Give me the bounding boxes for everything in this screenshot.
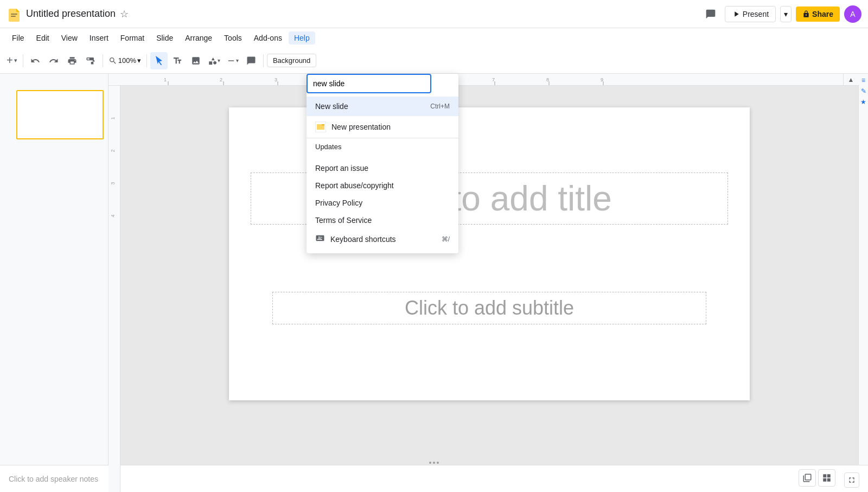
expand-notes-button[interactable] xyxy=(844,472,859,488)
slides-panel: 1 xyxy=(0,74,108,492)
svg-text:3: 3 xyxy=(110,182,116,184)
svg-text:3: 3 xyxy=(275,77,277,82)
zoom-control[interactable]: 100% ▾ xyxy=(106,56,143,65)
menu-view[interactable]: View xyxy=(56,31,83,44)
menu-tools[interactable]: Tools xyxy=(219,31,247,44)
svg-rect-2 xyxy=(11,16,16,17)
suggestion-label: New presentation xyxy=(331,123,391,131)
svg-rect-1 xyxy=(11,14,17,15)
svg-text:7: 7 xyxy=(492,77,495,82)
results-section: New slide Ctrl+M New presentation xyxy=(307,97,458,138)
present-dropdown-button[interactable]: ▾ xyxy=(780,6,792,22)
search-input[interactable] xyxy=(307,74,431,93)
grid-view-button[interactable] xyxy=(818,469,835,487)
redo-button[interactable] xyxy=(45,52,62,69)
image-button[interactable] xyxy=(187,52,205,69)
toolbar-divider-3 xyxy=(146,54,147,67)
text-box-button[interactable] xyxy=(169,52,186,69)
right-panel-icon-3[interactable]: ★ xyxy=(859,98,868,106)
background-button[interactable]: Background xyxy=(267,54,316,67)
menu-file[interactable]: File xyxy=(7,31,30,44)
result-shortcut: Ctrl+M xyxy=(430,103,450,110)
help-report-abuse[interactable]: Report abuse/copyright xyxy=(307,177,458,194)
keyboard-icon xyxy=(315,233,325,245)
share-button[interactable]: Share xyxy=(796,7,840,22)
menu-arrange[interactable]: Arrange xyxy=(180,31,218,44)
svg-text:2: 2 xyxy=(110,149,116,152)
slides-icon xyxy=(315,122,326,132)
comment-insert-button[interactable] xyxy=(242,52,260,69)
svg-text:9: 9 xyxy=(601,77,603,82)
comment-button[interactable] xyxy=(701,7,720,22)
toolbar: + ▾ 100% ▾ ▾ ▾ Background xyxy=(0,48,868,74)
help-dropdown: New slide Ctrl+M New presentation Update… xyxy=(307,74,458,253)
help-terms-of-service[interactable]: Terms of Service xyxy=(307,212,458,229)
svg-text:2: 2 xyxy=(220,77,222,82)
help-privacy-policy[interactable]: Privacy Policy xyxy=(307,194,458,212)
result-item-new-presentation[interactable]: New presentation xyxy=(307,116,458,138)
document-title[interactable]: Untitled presentation xyxy=(26,8,116,20)
slide-1-wrapper: 1 xyxy=(4,90,104,139)
canvas-area: Click to add title Click to add subtitle xyxy=(120,74,858,492)
present-button[interactable]: Present xyxy=(725,6,776,22)
help-items-section: Report an issue Report abuse/copyright P… xyxy=(307,155,458,253)
slideshow-view-button[interactable] xyxy=(799,469,816,487)
menu-bar: File Edit View Insert Format Slide Arran… xyxy=(0,28,868,48)
toolbar-divider-4 xyxy=(263,54,264,67)
search-container xyxy=(307,74,431,93)
notes-collapse-handle[interactable] xyxy=(429,462,439,464)
toolbar-divider-1 xyxy=(23,54,23,67)
slide-1-thumbnail[interactable] xyxy=(16,90,104,139)
avatar[interactable]: A xyxy=(844,5,861,23)
svg-text:8: 8 xyxy=(546,77,549,82)
help-keyboard-shortcuts[interactable]: Keyboard shortcuts ⌘/ xyxy=(307,229,458,249)
menu-format[interactable]: Format xyxy=(115,31,150,44)
paint-format-button[interactable] xyxy=(82,52,99,69)
menu-slide[interactable]: Slide xyxy=(151,31,178,44)
shape-button[interactable]: ▾ xyxy=(206,52,223,69)
menu-edit[interactable]: Edit xyxy=(31,31,55,44)
slide-subtitle-placeholder[interactable]: Click to add subtitle xyxy=(272,292,706,324)
result-item-new-slide[interactable]: New slide Ctrl+M xyxy=(307,97,458,116)
updates-section-header[interactable]: Updates xyxy=(307,138,458,155)
right-sidebar: ≡ ✎ ★ xyxy=(858,74,868,492)
svg-text:1: 1 xyxy=(110,117,116,119)
right-panel-icon-1[interactable]: ≡ xyxy=(859,76,868,85)
menu-insert[interactable]: Insert xyxy=(84,31,114,44)
title-actions: Present ▾ Share A xyxy=(701,5,861,23)
selection-tool-button[interactable] xyxy=(150,52,168,69)
slide-canvas-wrapper: Click to add title Click to add subtitle xyxy=(120,86,858,492)
toolbar-divider-2 xyxy=(103,54,103,67)
menu-help[interactable]: Help xyxy=(289,31,315,44)
star-icon[interactable]: ☆ xyxy=(120,8,129,20)
menu-addons[interactable]: Add-ons xyxy=(248,31,288,44)
help-report-issue[interactable]: Report an issue xyxy=(307,159,458,177)
line-button[interactable]: ▾ xyxy=(224,52,241,69)
right-panel-icon-2[interactable]: ✎ xyxy=(859,87,868,95)
speaker-notes: Click to add speaker notes xyxy=(0,465,868,492)
print-button[interactable] xyxy=(63,52,81,69)
svg-text:1: 1 xyxy=(164,77,167,82)
speaker-notes-placeholder[interactable]: Click to add speaker notes xyxy=(9,475,98,483)
result-label: New slide xyxy=(315,102,430,111)
title-bar: Untitled presentation ☆ Present ▾ Share … xyxy=(0,0,868,28)
keyboard-shortcut-label: ⌘/ xyxy=(442,235,450,243)
svg-rect-27 xyxy=(317,124,322,130)
zoom-value: 100% xyxy=(118,56,136,65)
add-button[interactable]: + ▾ xyxy=(4,52,20,69)
collapse-panel-button[interactable]: ▲ xyxy=(843,74,858,86)
app-logo-icon xyxy=(7,7,22,22)
undo-button[interactable] xyxy=(27,52,44,69)
ruler-top: 1 2 3 4 5 6 7 8 9 xyxy=(108,74,859,86)
ruler-left: 1 2 3 4 xyxy=(108,86,120,492)
svg-text:4: 4 xyxy=(110,214,116,217)
